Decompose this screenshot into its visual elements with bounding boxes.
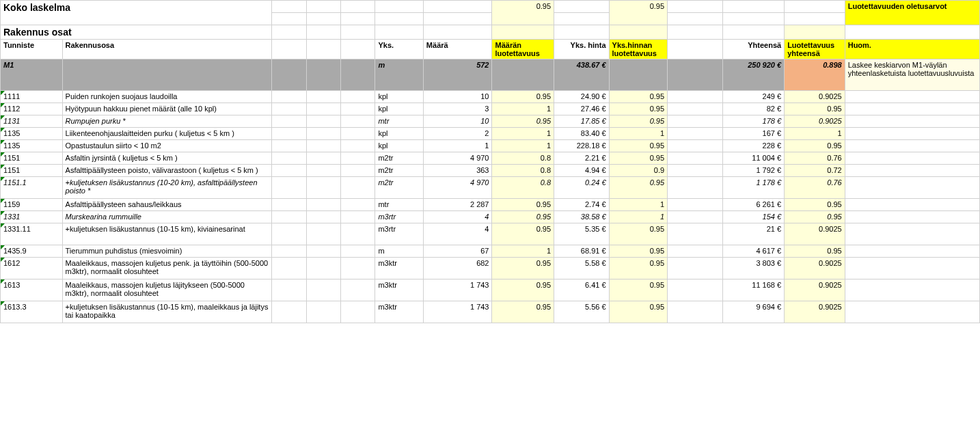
cell-qty: 4: [423, 223, 492, 245]
cell-spacer: [341, 223, 375, 245]
cell-spacer: [306, 128, 340, 140]
cell-id: 1612: [1, 258, 63, 279]
cell-price-reliability[interactable]: 0.95: [609, 279, 668, 301]
table-row: 1612Maaleikkaus, massojen kuljetus penk.…: [1, 258, 980, 279]
cell-qty-reliability[interactable]: 1: [492, 103, 554, 115]
cell-price-reliability[interactable]: 0.95: [609, 258, 668, 279]
cell-qty-reliability[interactable]: 1: [492, 245, 554, 258]
cell-desc: Asfaltin jyrsintä ( kuljetus < 5 km ): [62, 152, 272, 165]
cell-note: [845, 223, 979, 245]
cell-spacer: [272, 103, 306, 115]
cell-qty-reliability[interactable]: 1: [492, 128, 554, 140]
default-price-reliability[interactable]: 0.95: [609, 1, 668, 25]
cell-price-reliability[interactable]: 0.95: [609, 140, 668, 152]
cell-unit-price: 17.85 €: [554, 115, 610, 128]
cell-qty-reliability[interactable]: 0.95: [492, 115, 554, 128]
cell-desc: Opastustaulun siirto < 10 m2: [62, 140, 272, 152]
cell-spacer: [668, 115, 723, 128]
cell-qty: 67: [423, 245, 492, 258]
cell-note: [845, 211, 979, 223]
cell-spacer: [341, 245, 375, 258]
cell-total: 9 694 €: [722, 301, 785, 323]
cell-total-reliability: 0.9025: [785, 279, 845, 301]
cell-price-reliability[interactable]: 0.95: [609, 91, 668, 103]
cell-note: [845, 152, 979, 165]
cell-spacer: [341, 199, 375, 211]
cell-total-reliability: 0.95: [785, 103, 845, 115]
cell-desc: +kuljetuksen lisäkustannus (10-15 km), k…: [62, 223, 272, 245]
cell-unit-price: 228.18 €: [554, 140, 610, 152]
cell-qty-reliability[interactable]: 0.95: [492, 279, 554, 301]
cell-id: 1331: [1, 211, 63, 223]
cell-id: 1135: [1, 128, 63, 140]
cell-unit-price: 2.21 €: [554, 152, 610, 165]
cell-total-reliability: 0.9025: [785, 223, 845, 245]
cell-total: 4 617 €: [722, 245, 785, 258]
cell-id: 1111: [1, 91, 63, 103]
cell-qty: 1: [423, 140, 492, 152]
cell-desc: Asfalttipäällysteen sahaus/leikkaus: [62, 199, 272, 211]
cell-unit-price: 2.74 €: [554, 199, 610, 211]
col-tunniste: Tunniste: [1, 40, 63, 59]
table-row: 1435.9Tierummun puhdistus (miesvoimin)m6…: [1, 245, 980, 258]
cell-qty-reliability[interactable]: 0.95: [492, 301, 554, 323]
cell-qty-reliability[interactable]: 0.95: [492, 91, 554, 103]
cell-spacer: [668, 223, 723, 245]
cell-spacer: [668, 301, 723, 323]
cell-qty-reliability[interactable]: 0.8: [492, 152, 554, 165]
cell-total-reliability: 0.9025: [785, 115, 845, 128]
cell-price-reliability[interactable]: 0.95: [609, 177, 668, 199]
cell-total-reliability: 0.9025: [785, 91, 845, 103]
cell-qty-reliability[interactable]: 0.8: [492, 177, 554, 199]
cell-spacer: [272, 223, 306, 245]
cell-spacer: [272, 91, 306, 103]
cell-spacer: [272, 301, 306, 323]
table-row: 1331Murskearina rummuillem3rtr40.9538.58…: [1, 211, 980, 223]
cell-price-reliability[interactable]: 1: [609, 211, 668, 223]
cell-price-reliability[interactable]: 0.95: [609, 301, 668, 323]
cell-unit: kpl: [375, 140, 423, 152]
cell-price-reliability[interactable]: 1: [609, 128, 668, 140]
cell-unit-price: 4.94 €: [554, 165, 610, 177]
cell-qty-reliability[interactable]: 0.95: [492, 211, 554, 223]
cell-price-reliability[interactable]: 0.95: [609, 152, 668, 165]
cell-spacer: [272, 211, 306, 223]
cell-qty-reliability[interactable]: 0.95: [492, 258, 554, 279]
cell-id: 1159: [1, 199, 63, 211]
row-m1-summary: M1 m 572 438.67 € 250 920 € 0.898 Laskee…: [1, 59, 980, 91]
row-rakennus-osat: Rakennus osat: [1, 25, 980, 40]
cell-price-reliability[interactable]: 1: [609, 199, 668, 211]
table-row: 1613.3+kuljetuksen lisäkustannus (10-15 …: [1, 301, 980, 323]
cell-total: 3 803 €: [722, 258, 785, 279]
cell-price-reliability[interactable]: 0.95: [609, 115, 668, 128]
cell-desc: Murskearina rummuille: [62, 211, 272, 223]
cell-note: [845, 258, 979, 279]
m1-unit: m: [375, 59, 423, 91]
cell-spacer: [668, 165, 723, 177]
cell-unit-price: 5.56 €: [554, 301, 610, 323]
cell-spacer: [272, 177, 306, 199]
cell-qty-reliability[interactable]: 0.95: [492, 199, 554, 211]
cell-qty: 682: [423, 258, 492, 279]
cell-price-reliability[interactable]: 0.95: [609, 245, 668, 258]
cell-unit-price: 24.90 €: [554, 91, 610, 103]
cell-total: 154 €: [722, 211, 785, 223]
cell-spacer: [668, 245, 723, 258]
cell-desc: +kuljetuksen lisäkustannus (10-20 km), a…: [62, 177, 272, 199]
cell-qty-reliability[interactable]: 0.8: [492, 165, 554, 177]
cell-price-reliability[interactable]: 0.95: [609, 103, 668, 115]
default-qty-reliability[interactable]: 0.95: [492, 1, 554, 25]
cell-desc: Asfalttipäällysteen poisto, välivarastoo…: [62, 165, 272, 177]
cell-price-reliability[interactable]: 0.95: [609, 223, 668, 245]
cell-id: 1151.1: [1, 177, 63, 199]
cell-desc: Rumpujen purku *: [62, 115, 272, 128]
cell-price-reliability[interactable]: 0.9: [609, 165, 668, 177]
cell-unit: m3rtr: [375, 223, 423, 245]
cell-spacer: [306, 279, 340, 301]
cell-total-reliability: 0.9025: [785, 301, 845, 323]
cell-qty-reliability[interactable]: 0.95: [492, 223, 554, 245]
col-yhteensa: Yhteensä: [722, 40, 785, 59]
cell-spacer: [306, 301, 340, 323]
cell-spacer: [306, 223, 340, 245]
cell-qty-reliability[interactable]: 1: [492, 140, 554, 152]
